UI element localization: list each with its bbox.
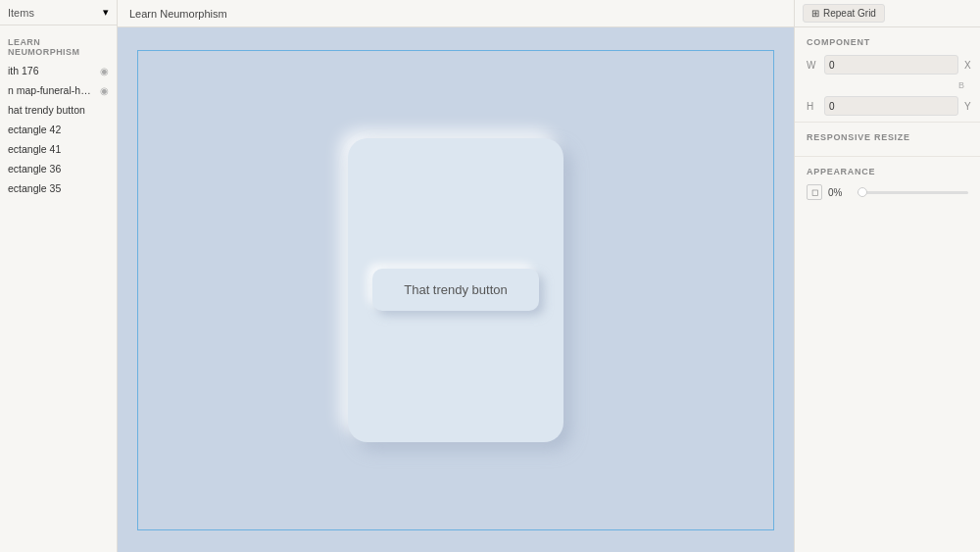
canvas-title: Learn Neumorphism bbox=[129, 8, 227, 20]
sidebar-item-label: ectangle 42 bbox=[8, 124, 61, 135]
opacity-slider-thumb bbox=[858, 187, 867, 197]
opacity-icon: ◻ bbox=[807, 184, 822, 200]
sidebar-item-label: hat trendy button bbox=[8, 104, 85, 116]
w-input[interactable] bbox=[824, 55, 958, 75]
sidebar-item-label: ectangle 35 bbox=[8, 182, 61, 194]
left-sidebar: Items ▾ LEARN NEUMORPHISM ith 176 ◉ n ma… bbox=[0, 0, 118, 552]
sidebar-item-label: ectangle 36 bbox=[8, 163, 61, 175]
responsive-resize-title: RESPONSIVE RESIZE bbox=[807, 132, 968, 142]
eye-hidden-icon: ◉ bbox=[100, 66, 109, 76]
sidebar-section-title: LEARN NEUMORPHISM bbox=[0, 29, 117, 61]
appearance-title: APPEARANCE bbox=[807, 167, 968, 176]
opacity-value: 0% bbox=[828, 187, 852, 198]
component-grid: W X B H Y bbox=[807, 55, 968, 116]
neumorphism-button[interactable]: That trendy button bbox=[372, 269, 539, 311]
h-field: H bbox=[807, 96, 958, 116]
repeat-grid-icon: ⊞ bbox=[811, 8, 819, 19]
right-panel-toolbar: ⊞ Repeat Grid bbox=[795, 0, 980, 27]
component-section-title: COMPONENT bbox=[807, 37, 968, 47]
y-label: Y bbox=[964, 101, 978, 112]
w-field: W bbox=[807, 55, 958, 75]
right-panel: ⊞ Repeat Grid COMPONENT W X B H Y bbox=[794, 0, 980, 552]
sidebar-item[interactable]: ith 176 ◉ bbox=[0, 61, 117, 80]
sidebar-header-label: Items bbox=[8, 7, 34, 19]
link-icon: B bbox=[807, 80, 980, 90]
sidebar-item[interactable]: ectangle 42 bbox=[0, 120, 117, 139]
sidebar-item[interactable]: ectangle 35 bbox=[0, 178, 117, 198]
canvas-viewport[interactable]: That trendy button bbox=[118, 27, 794, 552]
sidebar-item-label: ectangle 41 bbox=[8, 143, 61, 155]
sidebar-item[interactable]: n map-funeral-home ◉ bbox=[0, 80, 117, 100]
appearance-section: APPEARANCE ◻ 0% bbox=[795, 157, 980, 206]
canvas-toolbar: Learn Neumorphism bbox=[118, 0, 794, 27]
eye-hidden-icon: ◉ bbox=[100, 85, 109, 96]
w-label: W bbox=[807, 60, 820, 71]
responsive-resize-section: RESPONSIVE RESIZE bbox=[795, 123, 980, 157]
canvas-area: Learn Neumorphism That trendy button bbox=[118, 0, 794, 552]
x-field: X bbox=[964, 55, 980, 75]
y-field: Y bbox=[964, 96, 980, 116]
h-input[interactable] bbox=[824, 96, 958, 116]
sidebar-item-label: ith 176 bbox=[8, 65, 39, 76]
sidebar-items-list: LEARN NEUMORPHISM ith 176 ◉ n map-funera… bbox=[0, 25, 117, 202]
repeat-grid-label: Repeat Grid bbox=[823, 8, 876, 19]
sidebar-item[interactable]: ectangle 36 bbox=[0, 159, 117, 178]
appearance-row: ◻ 0% bbox=[807, 184, 968, 200]
canvas-frame: That trendy button bbox=[137, 50, 774, 530]
opacity-slider[interactable] bbox=[858, 191, 968, 194]
repeat-grid-button[interactable]: ⊞ Repeat Grid bbox=[803, 4, 885, 23]
sidebar-header: Items ▾ bbox=[0, 0, 117, 25]
neumorphism-card: That trendy button bbox=[348, 138, 564, 442]
component-section: COMPONENT W X B H Y bbox=[795, 27, 980, 123]
sidebar-item[interactable]: ectangle 41 bbox=[0, 139, 117, 159]
h-label: H bbox=[807, 101, 820, 112]
sidebar-item-label: n map-funeral-home bbox=[8, 84, 91, 96]
chevron-down-icon: ▾ bbox=[103, 6, 109, 19]
x-label: X bbox=[964, 60, 978, 71]
sidebar-item[interactable]: hat trendy button bbox=[0, 100, 117, 120]
